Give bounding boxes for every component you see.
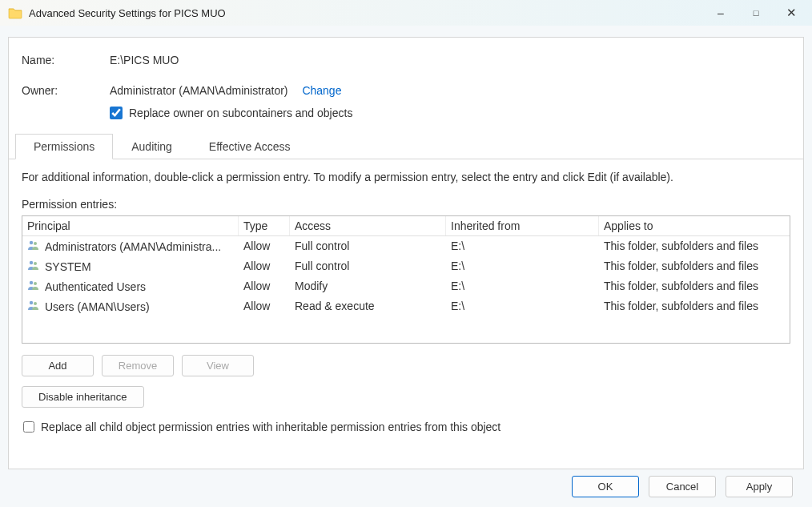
inherited-cell: E:\ bbox=[446, 258, 599, 275]
svg-point-1 bbox=[34, 242, 37, 245]
col-header-applies[interactable]: Applies to bbox=[599, 216, 790, 235]
svg-point-6 bbox=[30, 301, 33, 304]
svg-point-2 bbox=[30, 261, 33, 264]
inherited-cell: E:\ bbox=[446, 298, 599, 315]
principal-text: SYSTEM bbox=[45, 260, 91, 273]
type-cell: Allow bbox=[239, 238, 290, 255]
window-controls: – □ ✕ bbox=[713, 6, 804, 20]
principal-text: Users (AMAN\Users) bbox=[45, 300, 150, 313]
applies-cell: This folder, subfolders and files bbox=[599, 258, 790, 275]
entries-label: Permission entries: bbox=[22, 198, 790, 211]
remove-button[interactable]: Remove bbox=[102, 355, 174, 376]
type-cell: Allow bbox=[239, 278, 290, 295]
users-icon bbox=[27, 300, 40, 313]
type-cell: Allow bbox=[239, 298, 290, 315]
window-title: Advanced Security Settings for PICS MUO bbox=[29, 7, 713, 19]
applies-cell: This folder, subfolders and files bbox=[599, 238, 790, 255]
titlebar: Advanced Security Settings for PICS MUO … bbox=[0, 0, 812, 26]
table-row[interactable]: Authenticated UsersAllowModifyE:\This fo… bbox=[22, 276, 790, 296]
access-cell: Full control bbox=[290, 238, 446, 255]
replace-owner-label: Replace owner on subcontainers and objec… bbox=[129, 107, 352, 119]
add-button[interactable]: Add bbox=[22, 355, 94, 376]
col-header-inherited[interactable]: Inherited from bbox=[446, 216, 599, 235]
access-cell: Full control bbox=[290, 258, 446, 275]
tab-effective-access[interactable]: Effective Access bbox=[191, 134, 309, 159]
svg-point-4 bbox=[30, 281, 33, 284]
type-cell: Allow bbox=[239, 258, 290, 275]
svg-point-0 bbox=[30, 241, 33, 244]
owner-value: Administrator (AMAN\Administrator) Chang… bbox=[110, 84, 341, 97]
change-owner-link[interactable]: Change bbox=[302, 84, 341, 97]
principal-text: Authenticated Users bbox=[45, 280, 146, 293]
table-header: Principal Type Access Inherited from App… bbox=[22, 216, 790, 236]
minimize-button[interactable]: – bbox=[713, 6, 729, 19]
cancel-button[interactable]: Cancel bbox=[649, 476, 716, 497]
svg-point-3 bbox=[34, 262, 37, 265]
name-value: E:\PICS MUO bbox=[110, 54, 179, 66]
replace-owner-checkbox[interactable] bbox=[110, 107, 123, 119]
svg-point-5 bbox=[34, 282, 37, 285]
col-header-access[interactable]: Access bbox=[290, 216, 446, 235]
inherited-cell: E:\ bbox=[446, 238, 599, 255]
permission-entries-table: Principal Type Access Inherited from App… bbox=[22, 215, 790, 344]
users-icon bbox=[27, 239, 40, 253]
apply-button[interactable]: Apply bbox=[726, 476, 793, 497]
principal-text: Administrators (AMAN\Administra... bbox=[45, 240, 221, 253]
access-cell: Modify bbox=[290, 278, 446, 295]
col-header-type[interactable]: Type bbox=[239, 216, 290, 235]
applies-cell: This folder, subfolders and files bbox=[599, 298, 790, 315]
table-row[interactable]: Users (AMAN\Users)AllowRead & executeE:\… bbox=[22, 296, 790, 316]
folder-icon bbox=[8, 6, 22, 19]
maximize-button[interactable]: □ bbox=[748, 8, 764, 18]
tab-auditing[interactable]: Auditing bbox=[113, 134, 191, 159]
replace-child-checkbox[interactable] bbox=[23, 421, 34, 433]
view-button[interactable]: View bbox=[182, 355, 254, 376]
svg-point-7 bbox=[34, 302, 37, 305]
name-label: Name: bbox=[22, 54, 110, 66]
users-icon bbox=[27, 280, 40, 293]
inherited-cell: E:\ bbox=[446, 278, 599, 295]
main-panel: Name: E:\PICS MUO Owner: Administrator (… bbox=[8, 37, 804, 469]
info-text: For additional information, double-click… bbox=[22, 171, 790, 183]
replace-child-label: Replace all child object permission entr… bbox=[41, 420, 500, 433]
table-row[interactable]: SYSTEMAllowFull controlE:\This folder, s… bbox=[22, 256, 790, 276]
ok-button[interactable]: OK bbox=[572, 476, 639, 497]
owner-label: Owner: bbox=[22, 84, 110, 97]
col-header-principal[interactable]: Principal bbox=[22, 216, 239, 235]
users-icon bbox=[27, 260, 40, 273]
access-cell: Read & execute bbox=[290, 298, 446, 315]
tab-permissions[interactable]: Permissions bbox=[15, 134, 113, 159]
disable-inheritance-button[interactable]: Disable inheritance bbox=[22, 386, 144, 408]
dialog-footer: OK Cancel Apply bbox=[8, 469, 804, 497]
tabs: Permissions Auditing Effective Access bbox=[9, 134, 803, 159]
table-row[interactable]: Administrators (AMAN\Administra...AllowF… bbox=[22, 236, 790, 256]
applies-cell: This folder, subfolders and files bbox=[599, 278, 790, 295]
close-button[interactable]: ✕ bbox=[783, 6, 799, 20]
